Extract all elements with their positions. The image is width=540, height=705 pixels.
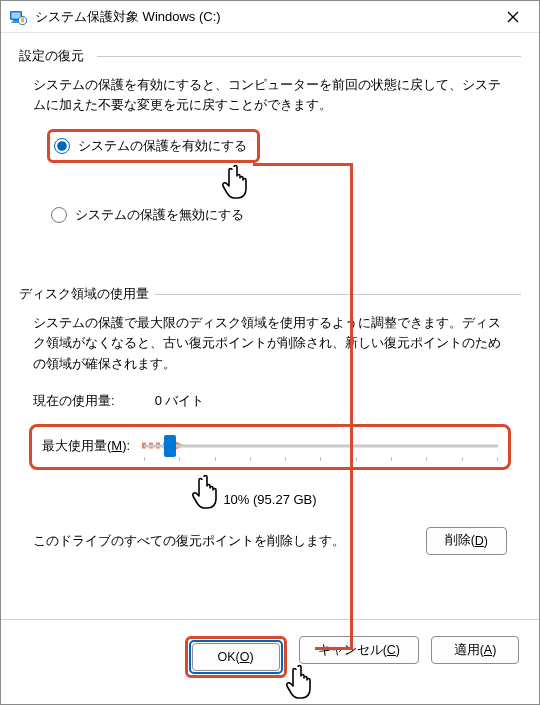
apply-button[interactable]: 適用(A) bbox=[431, 636, 519, 664]
svg-rect-5 bbox=[21, 18, 24, 22]
close-icon bbox=[507, 11, 519, 23]
radio-disable-input[interactable] bbox=[51, 207, 67, 223]
current-usage-value: 0 バイト bbox=[155, 392, 205, 410]
delete-desc: このドライブのすべての復元ポイントを削除します。 bbox=[33, 532, 408, 550]
current-usage-row: 現在の使用量: 0 バイト bbox=[33, 392, 507, 410]
slider-value-text: 10% (95.27 GB) bbox=[19, 492, 521, 507]
radio-disable-label: システムの保護を無効にする bbox=[75, 206, 244, 224]
slider-thumb[interactable] bbox=[164, 435, 176, 457]
current-usage-label: 現在の使用量: bbox=[33, 392, 115, 410]
restore-settings-heading-text: 設定の復元 bbox=[19, 48, 84, 63]
window-title: システム保護対象 Windows (C:) bbox=[35, 8, 495, 26]
radio-enable-label: システムの保護を有効にする bbox=[78, 137, 247, 155]
dialog-content: 設定の復元 システムの保護を有効にすると、コンピューターを前回の状態に戻して、シ… bbox=[1, 33, 539, 563]
ok-button[interactable]: OK(O) bbox=[192, 643, 280, 671]
close-button[interactable] bbox=[495, 3, 531, 31]
highlight-enable-radio: システムの保護を有効にする bbox=[47, 129, 260, 163]
disk-usage-heading: ディスク領域の使用量 bbox=[19, 285, 521, 303]
system-protection-icon bbox=[9, 8, 27, 26]
dialog-window: システム保護対象 Windows (C:) 設定の復元 システムの保護を有効にす… bbox=[0, 0, 540, 705]
dialog-footer: OK(O) キャンセル(C) 適用(A) bbox=[1, 619, 539, 704]
divider bbox=[97, 56, 521, 57]
slider-track bbox=[144, 444, 498, 447]
slider-ticks bbox=[144, 457, 498, 461]
restore-settings-heading: 設定の復元 bbox=[19, 47, 521, 65]
radio-group: システムの保護を有効にする システムの保護を無効にする bbox=[47, 129, 521, 229]
highlight-ok-button: OK(O) bbox=[185, 636, 287, 678]
disk-usage-heading-text: ディスク領域の使用量 bbox=[19, 286, 149, 301]
restore-desc: システムの保護を有効にすると、コンピューターを前回の状態に戻して、システムに加え… bbox=[33, 75, 507, 115]
titlebar: システム保護対象 Windows (C:) bbox=[1, 1, 539, 33]
radio-disable-protection[interactable]: システムの保護を無効にする bbox=[47, 201, 521, 229]
radio-enable-protection[interactable]: システムの保護を有効にする bbox=[50, 132, 257, 160]
delete-row: このドライブのすべての復元ポイントを削除します。 削除(D) bbox=[33, 527, 507, 555]
radio-enable-input[interactable] bbox=[54, 138, 70, 154]
divider bbox=[155, 294, 521, 295]
cancel-button[interactable]: キャンセル(C) bbox=[299, 636, 419, 664]
highlight-slider-area: 最大使用量(M): bbox=[29, 424, 511, 470]
delete-button[interactable]: 削除(D) bbox=[426, 527, 507, 555]
disk-desc: システムの保護で最大限のディスク領域を使用するように調整できます。ディスク領域が… bbox=[33, 313, 507, 373]
max-usage-slider[interactable] bbox=[144, 435, 498, 457]
max-usage-label: 最大使用量(M): bbox=[42, 437, 132, 455]
